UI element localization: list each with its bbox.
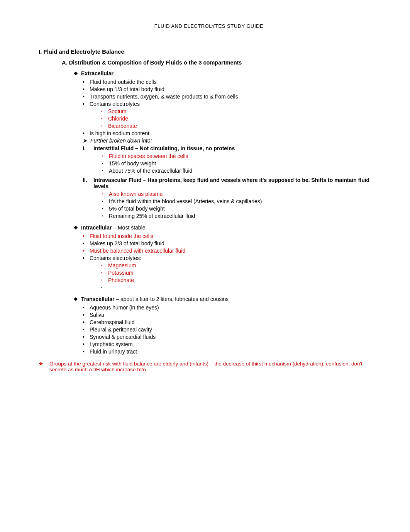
intravascular-section: II. Intravascular Fluid – Has proteins, …	[83, 177, 379, 219]
interstitial-dash: – Not circulating, in tissue, no protein…	[134, 145, 235, 151]
list-item: Remaining 25% of extracellular fluid	[102, 213, 379, 219]
list-item: Makes up 2/3 of total body fluid	[83, 240, 379, 246]
intracellular-section: ❖ Intracellular – Most stable Fluid foun…	[73, 224, 379, 291]
subsection-a: A. Distribution & Composition of Body Fl…	[50, 59, 379, 355]
list-item: Makes up 1/3 of total body fluid	[83, 86, 379, 92]
list-item: Fluid in spaces between the cells	[102, 153, 379, 159]
extracellular-heading: ❖ Extracellular	[73, 70, 379, 76]
list-item: Saliva	[83, 312, 379, 318]
transcellular-bullets: Aqueous humor (in the eyes) Saliva Cereb…	[83, 304, 379, 355]
list-item: Phosphate	[101, 277, 379, 283]
interstitial-bullets: Fluid in spaces between the cells 15% of…	[102, 153, 379, 174]
list-item: Bicarbonate	[101, 123, 379, 129]
list-item: Fluid in urinary tract	[83, 348, 379, 355]
list-item: Potassium	[101, 270, 379, 276]
roman-num-i: I.	[83, 145, 93, 151]
list-item: Cerebrospinal fluid	[83, 319, 379, 325]
interstitial-label: Interstitial Fluid	[93, 145, 134, 151]
further-text: Further broken down into:	[90, 138, 152, 144]
bottom-note-text: Groups at the greatest risk with fluid b…	[49, 361, 379, 372]
transcellular-heading: ❖ Transcellular – about a liter to 2 lit…	[73, 296, 379, 302]
intracellular-bullets: Fluid found inside the cells Makes up 2/…	[83, 233, 379, 261]
bottom-note: ❖ Groups at the greatest risk with fluid…	[39, 361, 379, 372]
list-item: Also known as plasma	[102, 191, 379, 197]
transcellular-section: ❖ Transcellular – about a liter to 2 lit…	[73, 296, 379, 355]
list-item	[101, 284, 379, 291]
diamond-icon-extracellular: ❖	[73, 71, 78, 76]
further-broken-down: ➤ Further broken down into:	[83, 138, 379, 144]
list-item: Fluid found inside the cells	[83, 233, 379, 239]
list-item: Magnesium	[101, 262, 379, 269]
list-item: 5% of total body weight	[102, 206, 379, 212]
extracellular-bullets2: Is high in sodium content	[83, 130, 379, 136]
arrow-icon: ➤	[83, 138, 87, 144]
list-item: About 75% of the extracellular fluid	[102, 168, 379, 174]
diamond-icon-intracellular: ❖	[73, 225, 78, 231]
intracellular-electrolytes: Magnesium Potassium Phosphate	[101, 262, 379, 291]
section-1-heading: I. Fluid and Electrolyte Balance	[39, 48, 379, 55]
list-item: It's the fluid within the blood vessel (…	[102, 198, 379, 204]
intravascular-heading: II. Intravascular Fluid – Has proteins, …	[83, 177, 379, 189]
extracellular-electrolytes: Sodium Chloride Bicarbonate	[101, 108, 379, 129]
list-item: Transports nutrients, oxygen, & waste pr…	[83, 93, 379, 100]
subsection-a-heading: A. Distribution & Composition of Body Fl…	[62, 59, 379, 66]
intracellular-heading: ❖ Intracellular – Most stable	[73, 224, 379, 231]
page-title: FLUID AND ELECTROLYTES STUDY GUIDE	[39, 23, 379, 29]
list-item: Is high in sodium content	[83, 130, 379, 136]
list-item: Synovial & pericardial fluids	[83, 334, 379, 340]
roman-num-ii: II.	[83, 177, 93, 183]
list-item: Contains electrolytes:	[83, 255, 379, 261]
interstitial-heading: I. Interstitial Fluid – Not circulating,…	[83, 145, 379, 151]
list-item: Contains electrolytes	[83, 101, 379, 107]
intravascular-label: Intravascular Fluid	[93, 177, 141, 183]
extracellular-section: ❖ Extracellular Fluid found outside the …	[73, 70, 379, 219]
list-item: Pleural & peritoneal cavity	[83, 326, 379, 333]
diamond-icon-bottom: ❖	[39, 361, 43, 367]
section-1: I. Fluid and Electrolyte Balance A. Dist…	[39, 48, 379, 372]
list-item: Fluid found outside the cells	[83, 79, 379, 85]
list-item: Lymphatic system	[83, 341, 379, 347]
list-item: Aqueous humor (in the eyes)	[83, 304, 379, 311]
list-item: 15% of body weight	[102, 160, 379, 167]
diamond-icon-transcellular: ❖	[73, 296, 78, 302]
extracellular-bullets: Fluid found outside the cells Makes up 1…	[83, 79, 379, 107]
interstitial-section: I. Interstitial Fluid – Not circulating,…	[83, 145, 379, 174]
list-item: Chloride	[101, 116, 379, 122]
list-item: Sodium	[101, 108, 379, 114]
list-item: Must be balanced with extracellular flui…	[83, 248, 379, 254]
intravascular-bullets: Also known as plasma It's the fluid with…	[102, 191, 379, 219]
